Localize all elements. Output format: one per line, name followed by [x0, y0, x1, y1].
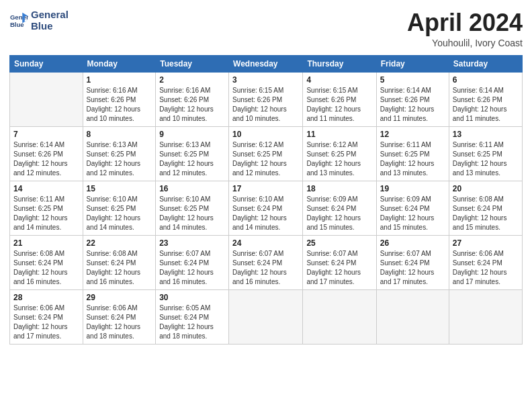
month-title: April 2024: [407, 9, 523, 36]
logo-line1: General: [31, 9, 69, 21]
day-info: Sunrise: 6:06 AM Sunset: 6:24 PM Dayligh…: [87, 304, 152, 341]
calendar-day: 24Sunrise: 6:07 AM Sunset: 6:24 PM Dayli…: [229, 235, 303, 289]
calendar-day: 21Sunrise: 6:08 AM Sunset: 6:24 PM Dayli…: [10, 235, 83, 289]
calendar-day: [229, 289, 303, 344]
day-number: 24: [232, 238, 299, 248]
day-info: Sunrise: 6:14 AM Sunset: 6:26 PM Dayligh…: [13, 140, 79, 178]
day-info: Sunrise: 6:11 AM Sunset: 6:25 PM Dayligh…: [13, 195, 79, 232]
day-info: Sunrise: 6:05 AM Sunset: 6:24 PM Dayligh…: [159, 304, 225, 341]
calendar-day: 9Sunrise: 6:13 AM Sunset: 6:25 PM Daylig…: [156, 126, 229, 181]
calendar-table: Sunday Monday Tuesday Wednesday Thursday…: [9, 55, 523, 345]
calendar-day: 10Sunrise: 6:12 AM Sunset: 6:25 PM Dayli…: [229, 126, 303, 181]
day-number: 30: [159, 293, 225, 302]
day-number: 28: [13, 293, 79, 302]
day-info: Sunrise: 6:08 AM Sunset: 6:24 PM Dayligh…: [453, 195, 519, 232]
day-number: 14: [13, 184, 79, 193]
calendar-week-4: 21Sunrise: 6:08 AM Sunset: 6:24 PM Dayli…: [10, 235, 523, 289]
calendar-day: [376, 289, 449, 344]
title-block: April 2024 Youhoulil, Ivory Coast: [407, 9, 523, 48]
day-number: 25: [306, 238, 372, 248]
calendar-day: 16Sunrise: 6:10 AM Sunset: 6:25 PM Dayli…: [156, 181, 229, 235]
logo: General Blue General Blue: [9, 9, 69, 32]
calendar-day: 12Sunrise: 6:11 AM Sunset: 6:25 PM Dayli…: [376, 126, 449, 181]
day-info: Sunrise: 6:13 AM Sunset: 6:25 PM Dayligh…: [87, 140, 152, 178]
svg-text:Blue: Blue: [10, 20, 24, 28]
day-number: 12: [380, 130, 445, 139]
header-sunday: Sunday: [10, 55, 83, 72]
calendar-day: 6Sunrise: 6:14 AM Sunset: 6:26 PM Daylig…: [449, 72, 522, 126]
header: General Blue General Blue April 2024 You…: [9, 9, 523, 48]
day-info: Sunrise: 6:11 AM Sunset: 6:25 PM Dayligh…: [380, 140, 445, 178]
day-info: Sunrise: 6:07 AM Sunset: 6:24 PM Dayligh…: [380, 249, 445, 287]
header-tuesday: Tuesday: [156, 55, 229, 72]
day-info: Sunrise: 6:06 AM Sunset: 6:24 PM Dayligh…: [453, 249, 519, 287]
day-number: 23: [159, 238, 225, 248]
calendar-day: 23Sunrise: 6:07 AM Sunset: 6:24 PM Dayli…: [156, 235, 229, 289]
day-number: 9: [159, 130, 225, 139]
calendar-day: 7Sunrise: 6:14 AM Sunset: 6:26 PM Daylig…: [10, 126, 83, 181]
logo-line2: Blue: [31, 21, 69, 32]
calendar-day: 3Sunrise: 6:15 AM Sunset: 6:26 PM Daylig…: [229, 72, 303, 126]
logo-icon: General Blue: [9, 11, 28, 30]
day-info: Sunrise: 6:07 AM Sunset: 6:24 PM Dayligh…: [159, 249, 225, 287]
header-thursday: Thursday: [303, 55, 376, 72]
calendar-week-2: 7Sunrise: 6:14 AM Sunset: 6:26 PM Daylig…: [10, 126, 523, 181]
day-info: Sunrise: 6:10 AM Sunset: 6:25 PM Dayligh…: [87, 195, 152, 232]
day-info: Sunrise: 6:06 AM Sunset: 6:24 PM Dayligh…: [13, 304, 79, 341]
day-info: Sunrise: 6:16 AM Sunset: 6:26 PM Dayligh…: [87, 86, 152, 124]
day-number: 13: [453, 130, 519, 139]
day-info: Sunrise: 6:09 AM Sunset: 6:24 PM Dayligh…: [380, 195, 445, 232]
calendar-day: 2Sunrise: 6:16 AM Sunset: 6:26 PM Daylig…: [156, 72, 229, 126]
header-saturday: Saturday: [449, 55, 522, 72]
day-info: Sunrise: 6:15 AM Sunset: 6:26 PM Dayligh…: [306, 86, 372, 124]
day-number: 21: [13, 238, 79, 248]
calendar-day: 25Sunrise: 6:07 AM Sunset: 6:24 PM Dayli…: [303, 235, 376, 289]
day-info: Sunrise: 6:13 AM Sunset: 6:25 PM Dayligh…: [159, 140, 225, 178]
header-friday: Friday: [376, 55, 449, 72]
day-number: 27: [453, 238, 519, 248]
day-number: 3: [232, 75, 299, 85]
calendar-week-3: 14Sunrise: 6:11 AM Sunset: 6:25 PM Dayli…: [10, 181, 523, 235]
day-number: 19: [380, 184, 445, 193]
calendar-day: 26Sunrise: 6:07 AM Sunset: 6:24 PM Dayli…: [376, 235, 449, 289]
calendar-day: [449, 289, 522, 344]
calendar-day: [303, 289, 376, 344]
calendar-week-5: 28Sunrise: 6:06 AM Sunset: 6:24 PM Dayli…: [10, 289, 523, 344]
header-wednesday: Wednesday: [229, 55, 303, 72]
calendar-day: 20Sunrise: 6:08 AM Sunset: 6:24 PM Dayli…: [449, 181, 522, 235]
day-number: 22: [87, 238, 152, 248]
day-number: 5: [380, 75, 445, 85]
header-monday: Monday: [83, 55, 156, 72]
day-info: Sunrise: 6:07 AM Sunset: 6:24 PM Dayligh…: [306, 249, 372, 287]
day-info: Sunrise: 6:14 AM Sunset: 6:26 PM Dayligh…: [453, 86, 519, 124]
calendar-day: 15Sunrise: 6:10 AM Sunset: 6:25 PM Dayli…: [83, 181, 156, 235]
day-number: 2: [159, 75, 225, 85]
day-info: Sunrise: 6:08 AM Sunset: 6:24 PM Dayligh…: [13, 249, 79, 287]
day-info: Sunrise: 6:12 AM Sunset: 6:25 PM Dayligh…: [232, 140, 299, 178]
calendar-day: 4Sunrise: 6:15 AM Sunset: 6:26 PM Daylig…: [303, 72, 376, 126]
day-number: 15: [87, 184, 152, 193]
calendar-day: 11Sunrise: 6:12 AM Sunset: 6:25 PM Dayli…: [303, 126, 376, 181]
day-info: Sunrise: 6:16 AM Sunset: 6:26 PM Dayligh…: [159, 86, 225, 124]
day-number: 29: [87, 293, 152, 302]
calendar-week-1: 1Sunrise: 6:16 AM Sunset: 6:26 PM Daylig…: [10, 72, 523, 126]
day-info: Sunrise: 6:11 AM Sunset: 6:25 PM Dayligh…: [453, 140, 519, 178]
calendar-day: 13Sunrise: 6:11 AM Sunset: 6:25 PM Dayli…: [449, 126, 522, 181]
day-number: 10: [232, 130, 299, 139]
day-info: Sunrise: 6:10 AM Sunset: 6:24 PM Dayligh…: [232, 195, 299, 232]
day-info: Sunrise: 6:15 AM Sunset: 6:26 PM Dayligh…: [232, 86, 299, 124]
calendar-day: 30Sunrise: 6:05 AM Sunset: 6:24 PM Dayli…: [156, 289, 229, 344]
calendar-day: 19Sunrise: 6:09 AM Sunset: 6:24 PM Dayli…: [376, 181, 449, 235]
calendar-day: 28Sunrise: 6:06 AM Sunset: 6:24 PM Dayli…: [10, 289, 83, 344]
calendar-day: 22Sunrise: 6:08 AM Sunset: 6:24 PM Dayli…: [83, 235, 156, 289]
day-info: Sunrise: 6:08 AM Sunset: 6:24 PM Dayligh…: [87, 249, 152, 287]
day-number: 18: [306, 184, 372, 193]
day-number: 11: [306, 130, 372, 139]
calendar-day: 1Sunrise: 6:16 AM Sunset: 6:26 PM Daylig…: [83, 72, 156, 126]
day-number: 20: [453, 184, 519, 193]
day-number: 7: [13, 130, 79, 139]
day-number: 6: [453, 75, 519, 85]
day-info: Sunrise: 6:14 AM Sunset: 6:26 PM Dayligh…: [380, 86, 445, 124]
calendar-header-row: Sunday Monday Tuesday Wednesday Thursday…: [10, 55, 523, 72]
day-info: Sunrise: 6:09 AM Sunset: 6:24 PM Dayligh…: [306, 195, 372, 232]
